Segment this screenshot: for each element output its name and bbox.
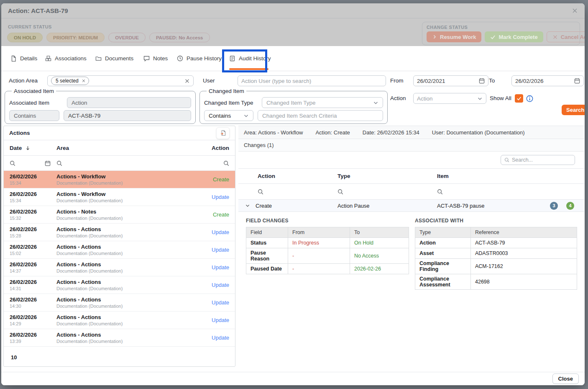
dialog-close-icon[interactable]: [572, 8, 578, 14]
changed-item-legend: Changed Item: [207, 88, 246, 94]
close-button[interactable]: Close: [552, 374, 579, 384]
boxes-icon: [45, 55, 51, 62]
changes-search-input[interactable]: Search...: [501, 155, 575, 165]
item-column-search-icon[interactable]: [437, 189, 584, 195]
change-row[interactable]: Create Action Pause ACT-ASB-79 pause 3 4: [238, 200, 584, 212]
table-row[interactable]: 26/02/202614:37 Actions - ActionsDocumen…: [4, 259, 235, 276]
date-calendar-icon[interactable]: [45, 160, 51, 166]
associated-with-table: Type Reference ActionACT-ASB-79AssetADAS…: [415, 227, 577, 290]
actions-panel: Actions Date Area Action 26/02/202615:34: [3, 126, 235, 367]
chevron-down-icon[interactable]: [245, 203, 250, 208]
info-icon[interactable]: [525, 94, 534, 103]
action-area-label: Action Area: [9, 75, 38, 86]
changed-item-type-select[interactable]: Changed Item Type: [262, 97, 383, 108]
associated-row: Compliance FindingACM-17162: [415, 259, 577, 274]
table-row[interactable]: 26/02/202615:02 Actions - ActionsDocumen…: [4, 241, 235, 259]
summary-date: Date: 26/02/2026 15:34: [363, 129, 419, 136]
tab-notes[interactable]: Notes: [143, 46, 168, 71]
calendar-icon[interactable]: [479, 78, 485, 84]
clear-action-area-icon[interactable]: [184, 78, 190, 84]
row-action-link[interactable]: Update: [203, 299, 229, 306]
column-header-area[interactable]: Area: [56, 145, 203, 151]
type-column-search-icon[interactable]: [337, 189, 437, 195]
chevron-down-icon: [243, 113, 249, 119]
associated-row: ActionACT-ASB-79: [415, 238, 577, 248]
table-row[interactable]: 26/02/202613:39 Actions - ActionsDocumen…: [4, 329, 235, 347]
tab-documents[interactable]: Documents: [95, 46, 133, 71]
action-dialog: Action: ACT-ASB-79 CURRENT STATUS ON HOL…: [1, 3, 585, 385]
row-action-link[interactable]: Create: [203, 211, 229, 218]
date-search-icon[interactable]: [10, 160, 15, 166]
audit-summary-bar: Area: Actions - Workflow Action: Create …: [238, 126, 584, 139]
chip-remove-icon[interactable]: [82, 79, 86, 83]
tab-associations[interactable]: Associations: [45, 46, 87, 71]
field-change-row: StatusIn ProgressOn Hold: [246, 238, 409, 248]
field-change-row: Paused Date-2026-02-26: [246, 264, 409, 274]
changes-column-action[interactable]: Action: [238, 173, 337, 179]
row-action-link[interactable]: Update: [203, 247, 229, 253]
export-button[interactable]: [216, 127, 230, 139]
cancel-action-button[interactable]: Cancel Action: [547, 31, 585, 42]
table-row[interactable]: 26/02/202615:28 Actions - ActionsDocumen…: [4, 224, 235, 241]
tab-details[interactable]: Details: [10, 46, 37, 71]
table-row[interactable]: 26/02/202614:30 Actions - ActionsDocumen…: [4, 294, 235, 312]
field-change-row: Pause Reason-No Access: [246, 248, 409, 264]
row-action-link[interactable]: Update: [203, 194, 229, 200]
action-column-search-icon[interactable]: [238, 189, 337, 195]
table-row[interactable]: 26/02/202614:29 Actions - ActionsDocumen…: [4, 312, 235, 329]
area-search-icon[interactable]: [56, 160, 203, 166]
field-changes-table: Field From To StatusIn ProgressOn HoldPa…: [246, 227, 409, 274]
dialog-header: Action: ACT-ASB-79 CURRENT STATUS ON HOL…: [1, 3, 585, 46]
clock-icon: [177, 55, 183, 62]
sort-descending-icon: [25, 145, 31, 151]
search-icon: [504, 157, 509, 162]
tab-pause-history[interactable]: Pause History: [177, 46, 222, 71]
to-date-input[interactable]: 26/02/2026: [511, 75, 584, 86]
table-row[interactable]: 26/02/202615:34 Actions - WorkflowDocume…: [4, 188, 235, 206]
resume-work-button[interactable]: Resume Work: [427, 31, 481, 42]
action-filter-label: Action: [390, 93, 406, 104]
row-action-link[interactable]: Update: [203, 229, 229, 235]
changed-item-group: Changed Item Changed Item Type Changed I…: [199, 88, 388, 124]
row-action-link[interactable]: Create: [203, 176, 229, 183]
table-row[interactable]: 26/02/202615:32 Actions - NotesDocumenta…: [4, 206, 235, 224]
tab-audit-history[interactable]: Audit History: [229, 46, 271, 71]
check-icon: [490, 34, 496, 40]
status-badges: ON HOLD PRIORITY: MEDIUM OVERDUE PAUSED:…: [7, 33, 210, 42]
table-row[interactable]: 26/02/202614:31 Actions - ActionsDocumen…: [4, 276, 235, 294]
row-action-link[interactable]: Update: [203, 335, 229, 341]
associated-item-type-input: Action: [67, 97, 191, 108]
table-row[interactable]: 26/02/202615:34 Actions - WorkflowDocume…: [4, 171, 235, 188]
column-header-action[interactable]: Action: [203, 145, 229, 151]
status-badge-on-hold: ON HOLD: [7, 33, 43, 42]
actions-rows: 26/02/202615:34 Actions - WorkflowDocume…: [4, 171, 235, 348]
column-header-date[interactable]: Date: [10, 145, 56, 151]
changed-item-search-input[interactable]: Changed Item Search Criteria: [258, 110, 383, 121]
chevron-right-icon: [432, 34, 437, 39]
row-action-link[interactable]: Update: [203, 282, 229, 288]
changes-column-type[interactable]: Type: [337, 173, 437, 179]
mark-complete-button[interactable]: Mark Complete: [485, 31, 543, 42]
row-action-link[interactable]: Update: [203, 317, 229, 323]
action-search-icon[interactable]: [203, 160, 229, 166]
changed-contains-select[interactable]: Contains: [204, 110, 253, 121]
associations-count-badge: 4: [566, 202, 574, 210]
calendar-icon[interactable]: [574, 78, 580, 84]
row-action-link[interactable]: Update: [203, 264, 229, 270]
field-changes-block: FIELD CHANGES Field From To StatusIn Pro…: [246, 215, 409, 274]
document-icon: [10, 55, 17, 62]
user-input[interactable]: Action User (type to search): [238, 75, 386, 86]
filter-section: Action Area 5 selected User Action User …: [1, 71, 585, 126]
show-all-checkbox[interactable]: [515, 94, 523, 103]
row-count: 10: [4, 348, 235, 366]
action-filter-select[interactable]: Action: [413, 93, 486, 104]
changes-column-item[interactable]: Item: [437, 173, 584, 179]
status-badge-overdue: OVERDUE: [108, 33, 146, 42]
action-area-input[interactable]: 5 selected: [47, 75, 194, 86]
chat-icon: [143, 55, 150, 62]
from-date-input[interactable]: 26/02/2021: [413, 75, 488, 86]
action-area-chip[interactable]: 5 selected: [51, 77, 89, 85]
search-button[interactable]: Search: [562, 105, 585, 115]
summary-user: User: Documentation (Documentation): [432, 129, 525, 136]
tab-bar: Details Associations Documents Notes Pau…: [1, 46, 585, 71]
